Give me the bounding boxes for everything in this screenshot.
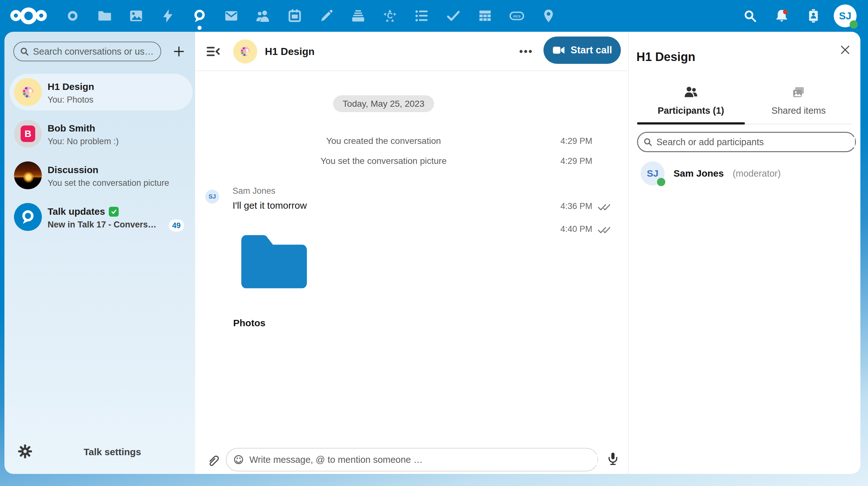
conversation-last-message: You set the conversation picture xyxy=(48,178,175,188)
conversation-title: Bob Smith xyxy=(48,123,193,134)
conversations-sidebar: H1 Design You: Photos B Bob Smith You: N… xyxy=(4,32,195,474)
deck-app-icon[interactable] xyxy=(342,0,374,32)
message-author-name: Sam Jones xyxy=(232,186,275,196)
close-icon[interactable] xyxy=(838,43,852,57)
notification-red-dot xyxy=(783,9,788,14)
gear-icon xyxy=(18,444,33,460)
mail-app-icon[interactable] xyxy=(215,0,247,32)
details-title: H1 Design xyxy=(637,50,695,64)
nextcloud-logo-icon[interactable] xyxy=(3,0,54,32)
talk-app-icon[interactable] xyxy=(184,0,215,32)
talk-settings-label: Talk settings xyxy=(42,447,182,457)
top-navigation-bar: C ocs SJ xyxy=(0,0,868,32)
participants-people-icon xyxy=(684,85,698,101)
message-time: 4:36 PM xyxy=(560,201,592,211)
folder-icon xyxy=(238,232,310,291)
shared-folder-preview[interactable] xyxy=(238,232,310,291)
system-message: You set the conversation picture xyxy=(195,156,572,166)
svg-text:ocs: ocs xyxy=(513,13,520,19)
conversation-search-input[interactable] xyxy=(33,47,154,57)
participant-name: Sam Jones xyxy=(674,168,724,179)
conversation-item-talk-updates[interactable]: Talk updates New in Talk 17 - Convers… 4… xyxy=(9,199,193,235)
videocam-icon xyxy=(552,44,565,57)
active-app-indicator-dot xyxy=(198,26,202,30)
ocs-app-icon[interactable]: ocs xyxy=(501,0,533,32)
participant-online-dot xyxy=(657,178,665,186)
conversation-last-message: You: No problem :) xyxy=(48,137,175,146)
dashboard-app-icon[interactable] xyxy=(57,0,89,32)
unified-search-icon[interactable] xyxy=(734,0,766,32)
conversation-title: H1 Design xyxy=(48,81,193,92)
search-icon xyxy=(20,47,29,56)
chat-conversation-avatar xyxy=(233,39,257,63)
conversation-item-h1-design[interactable]: H1 Design You: Photos xyxy=(9,74,193,111)
maps-app-icon[interactable] xyxy=(533,0,564,32)
collectives-app-icon[interactable]: C xyxy=(374,0,406,32)
svg-text:C: C xyxy=(387,11,393,20)
attachment-paperclip-icon[interactable] xyxy=(205,452,221,469)
tab-shared-items[interactable]: Shared items xyxy=(745,83,853,123)
voice-message-mic-icon[interactable] xyxy=(605,451,621,467)
nextcloud-talk-screen: C ocs SJ xyxy=(0,0,868,486)
notes-app-icon[interactable] xyxy=(311,0,342,32)
start-call-button[interactable]: Start call xyxy=(544,36,621,64)
conversation-title: Talk updates xyxy=(48,206,193,217)
conversation-search-field[interactable] xyxy=(13,41,161,61)
tasks-app-icon[interactable] xyxy=(406,0,437,32)
activity-app-icon[interactable] xyxy=(152,0,184,32)
app-menu: C ocs xyxy=(57,0,564,32)
tab-participants[interactable]: Participants (1) xyxy=(637,83,745,123)
green-check-emoji-icon xyxy=(109,207,119,217)
topbar-right-cluster: SJ xyxy=(734,0,861,32)
b-logo-icon: B xyxy=(21,125,35,142)
user-online-status-dot xyxy=(849,20,858,29)
chat-title: H1 Design xyxy=(265,46,314,57)
talk-settings-button[interactable]: Talk settings xyxy=(4,439,195,474)
conversation-last-message: You: Photos xyxy=(48,95,175,105)
notifications-bell-icon[interactable] xyxy=(766,0,798,32)
details-tabs: Participants (1) Shared items xyxy=(637,83,852,124)
system-message: You created the conversation xyxy=(195,136,572,146)
calendar-app-icon[interactable] xyxy=(279,0,311,32)
talk-logo-avatar xyxy=(14,203,42,231)
files-app-icon[interactable] xyxy=(89,0,120,32)
message-time: 4:29 PM xyxy=(560,156,592,166)
contacts-app-icon[interactable] xyxy=(247,0,279,32)
palette-avatar-icon xyxy=(14,78,42,106)
participants-search-input[interactable] xyxy=(656,137,855,147)
participant-avatar: SJ xyxy=(641,161,664,185)
message-time: 4:29 PM xyxy=(560,136,592,146)
message-author-avatar: SJ xyxy=(205,190,219,204)
conversation-item-discussion[interactable]: Discussion You set the conversation pict… xyxy=(9,157,193,194)
app-content-card: H1 Design You: Photos B Bob Smith You: N… xyxy=(4,32,860,474)
participant-row[interactable]: SJ Sam Jones (moderator) xyxy=(641,161,781,185)
sunset-photo-avatar xyxy=(14,161,42,189)
shared-file-name: Photos xyxy=(233,318,266,328)
photos-app-icon[interactable] xyxy=(120,0,152,32)
emoji-picker-icon[interactable] xyxy=(232,453,245,466)
checks-app-icon[interactable] xyxy=(437,0,469,32)
conversation-details-panel: H1 Design Participants (1) Shared items xyxy=(628,32,860,474)
read-receipt-double-check-icon xyxy=(597,226,612,236)
conversation-title: Discussion xyxy=(48,165,193,175)
user-avatar[interactable]: SJ xyxy=(829,0,861,32)
participant-role: (moderator) xyxy=(733,168,781,179)
message-input[interactable] xyxy=(249,455,597,465)
chat-panel: H1 Design Start call Today, May 25, 2023… xyxy=(195,32,628,474)
message-text: I'll get it tomorrow xyxy=(232,200,307,211)
shared-items-media-icon xyxy=(791,85,806,101)
conversation-list: H1 Design You: Photos B Bob Smith You: N… xyxy=(9,74,193,240)
message-compose-field[interactable] xyxy=(226,448,598,471)
read-receipt-double-check-icon xyxy=(597,203,612,213)
conversation-actions-menu-icon[interactable] xyxy=(516,42,535,61)
bob-smith-avatar: B xyxy=(14,120,42,148)
chat-header: H1 Design Start call xyxy=(195,32,628,71)
tables-app-icon[interactable] xyxy=(469,0,501,32)
message-time: 4:40 PM xyxy=(560,224,592,234)
contacts-menu-icon[interactable] xyxy=(798,0,829,32)
collapse-sidebar-icon[interactable] xyxy=(204,42,223,61)
conversation-item-bob-smith[interactable]: B Bob Smith You: No problem :) xyxy=(9,115,193,152)
new-conversation-button[interactable] xyxy=(170,42,188,60)
participants-search-field[interactable] xyxy=(637,132,856,152)
search-icon xyxy=(643,137,653,147)
